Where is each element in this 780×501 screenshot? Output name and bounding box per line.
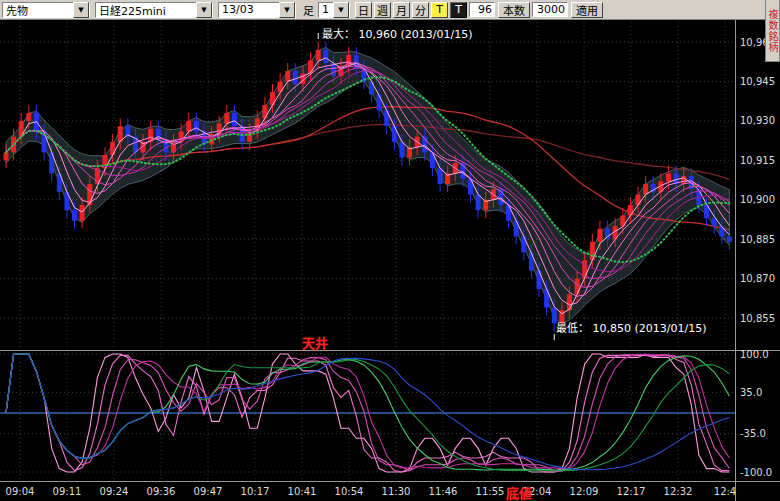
- chevron-down-icon[interactable]: ▼: [279, 2, 295, 18]
- price-axis-label: 10,870: [740, 273, 775, 284]
- period-day-button[interactable]: 日: [355, 2, 372, 18]
- chevron-down-icon[interactable]: ▼: [73, 2, 89, 18]
- chevron-down-icon[interactable]: ▼: [196, 2, 212, 18]
- chevron-down-icon[interactable]: ▼: [333, 2, 349, 18]
- contract-month-value: 13/03: [219, 3, 279, 16]
- time-axis-label: 12:4: [714, 486, 736, 497]
- market-select-value: 先物: [3, 2, 73, 18]
- price-chart-svg[interactable]: 10,96010,94510,93010,91510,90010,88510,8…: [0, 20, 780, 501]
- price-axis-label: 10,885: [740, 234, 775, 245]
- time-axis-label: 10:41: [288, 486, 317, 497]
- time-axis-label: 09:47: [194, 486, 223, 497]
- trading-chart-app: 先物 ▼ 日経225mini ▼ 13/03 ▼ 足 1 ▼ 日 週 月 分 T…: [0, 0, 780, 501]
- timeframe-label: 足: [303, 2, 314, 18]
- ticks-per-bar-input[interactable]: [469, 2, 495, 17]
- market-select[interactable]: 先物 ▼: [2, 2, 90, 18]
- oscillator-axis-label: 35.0: [740, 387, 762, 398]
- interval-value: 1: [319, 3, 333, 16]
- oscillator-axis-label: -35.0: [740, 428, 766, 439]
- symbol-select[interactable]: 日経225mini ▼: [95, 2, 213, 18]
- time-axis-label: 12:17: [617, 486, 646, 497]
- time-axis-label: 12:04: [523, 486, 552, 497]
- bar-count-button[interactable]: 本数: [498, 2, 530, 18]
- time-axis-label: 09:24: [100, 486, 129, 497]
- price-axis-label: 10,900: [740, 194, 775, 205]
- oscillator-axis: 100.035.0-35.0-100.0: [740, 349, 772, 478]
- time-axis-label: 09:36: [147, 486, 176, 497]
- toolbar: 先物 ▼ 日経225mini ▼ 13/03 ▼ 足 1 ▼ 日 週 月 分 T…: [0, 0, 780, 20]
- time-axis-label: 12:09: [570, 486, 599, 497]
- time-axis-label: 10:17: [241, 486, 270, 497]
- period-minute-button[interactable]: 分: [412, 2, 429, 18]
- contract-month-select[interactable]: 13/03 ▼: [218, 2, 296, 18]
- price-axis-label: 10,930: [740, 115, 775, 126]
- tick-mode-button[interactable]: T: [450, 2, 467, 18]
- multi-symbol-tab[interactable]: 複数銘柄: [765, 0, 780, 62]
- time-axis-label: 09:04: [6, 486, 35, 497]
- time-axis: 09:0409:1109:2409:3609:4710:1710:4110:54…: [6, 486, 737, 497]
- price-axis-label: 10,915: [740, 155, 775, 166]
- oscillator-axis-label: 100.0: [740, 349, 769, 360]
- symbol-select-value: 日経225mini: [96, 2, 196, 18]
- time-axis-label: 12:32: [664, 486, 693, 497]
- price-axis-label: 10,945: [740, 76, 775, 87]
- oscillator-axis-label: -100.0: [740, 467, 772, 478]
- time-axis-label: 09:11: [53, 486, 82, 497]
- total-bars-input[interactable]: [532, 2, 568, 17]
- time-axis-label: 11:55: [476, 486, 505, 497]
- price-axis: 10,96010,94510,93010,91510,90010,88510,8…: [740, 37, 775, 324]
- interval-select[interactable]: 1 ▼: [318, 2, 350, 18]
- period-week-button[interactable]: 週: [374, 2, 391, 18]
- period-month-button[interactable]: 月: [393, 2, 410, 18]
- time-axis-label: 11:46: [429, 486, 458, 497]
- time-axis-label: 10:54: [335, 486, 364, 497]
- envelope-band: [6, 47, 729, 324]
- tick-mode-active-button[interactable]: T: [431, 2, 448, 18]
- chart-area[interactable]: 10,96010,94510,93010,91510,90010,88510,8…: [0, 20, 780, 501]
- apply-button[interactable]: 適用: [571, 2, 603, 18]
- time-axis-label: 11:30: [382, 486, 411, 497]
- price-axis-label: 10,855: [740, 313, 775, 324]
